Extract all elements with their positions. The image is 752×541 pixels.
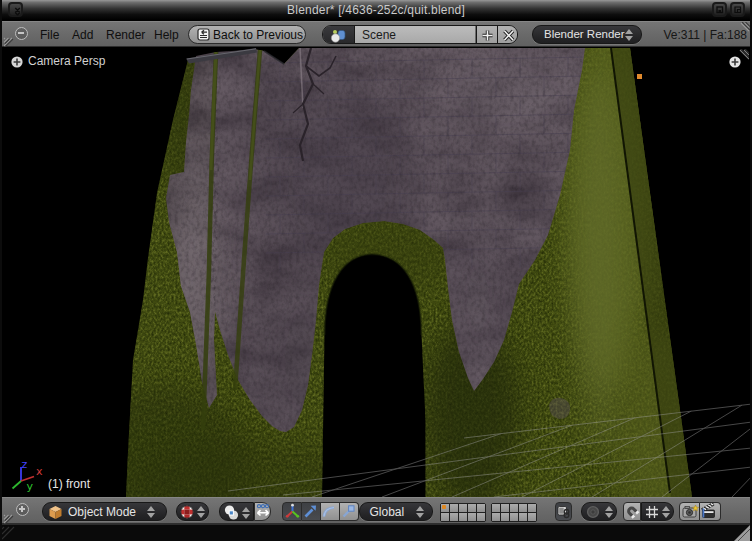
layer-cell[interactable] [459, 504, 467, 512]
pivot-arrows-icon [242, 507, 251, 519]
window-maximize-button[interactable] [712, 2, 727, 17]
view3d-corner-grip[interactable] [3, 510, 17, 524]
layer-cell[interactable] [477, 504, 485, 512]
scene-render: z x y [2, 48, 750, 497]
scene-icon [323, 26, 354, 44]
layer-cell[interactable] [501, 513, 509, 521]
viewport-shading-select[interactable] [176, 502, 209, 521]
translate-manipulator-button[interactable] [302, 502, 321, 521]
layer-cell[interactable] [510, 513, 518, 521]
window-grips [0, 525, 752, 541]
viewport-view-info: (1) front [48, 477, 90, 491]
rotate-manipulator-button[interactable] [321, 502, 340, 521]
mode-value: Object Mode [68, 505, 136, 519]
pivot-group[interactable] [219, 502, 254, 521]
clapperboard-icon [700, 503, 719, 520]
area-corner-grip-bottomleft[interactable] [3, 33, 17, 47]
proportional-arrows-icon [605, 506, 614, 518]
layer-cell[interactable] [519, 513, 527, 521]
orientation-arrows-icon [416, 506, 425, 518]
layer-cell[interactable] [450, 504, 458, 512]
lock-view-icon [556, 503, 571, 520]
rotate-icon [321, 503, 338, 520]
view3d-header: Object Mode [2, 497, 750, 524]
orientation-value: Global [370, 505, 405, 519]
layer-cell[interactable] [528, 513, 536, 521]
layer-cell[interactable] [519, 504, 527, 512]
layer-cell[interactable] [468, 513, 476, 521]
engine-select[interactable]: Blender Render [532, 25, 642, 44]
menu-help[interactable]: Help [154, 28, 179, 42]
viewport-corner-grip[interactable] [735, 49, 749, 63]
layer-cell[interactable] [501, 504, 509, 512]
layer-cell[interactable] [492, 513, 500, 521]
x-icon [498, 26, 518, 44]
object-mode-cube-icon [48, 505, 63, 520]
axis-y-label: y [27, 480, 34, 493]
layer-cell[interactable] [477, 513, 485, 521]
menu-file[interactable]: File [40, 28, 59, 42]
mode-select[interactable]: Object Mode [42, 502, 167, 521]
window-stick-button[interactable] [730, 2, 745, 17]
layer-cell[interactable] [510, 504, 518, 512]
shading-arrows-icon [197, 506, 206, 518]
manipulator-axis-icon [284, 503, 301, 520]
layer-cell[interactable] [441, 513, 449, 521]
lock-camera-layers-toggle[interactable] [555, 502, 572, 521]
engine-value: Blender Render [544, 28, 625, 40]
scene-unlink-button[interactable] [497, 26, 518, 44]
manipulate-centers-toggle[interactable] [254, 502, 271, 521]
window-resize-grip[interactable] [734, 525, 750, 541]
snap-increment-grid-icon [645, 505, 659, 519]
blender-window: Blender* [/4636-252c/quit.blend] File Ad… [0, 0, 752, 541]
layers-block-2[interactable] [491, 503, 537, 522]
orientation-select[interactable]: Global [359, 502, 433, 521]
magnet-icon [624, 503, 640, 520]
info-header: File Add Render Help Back to Previous [2, 21, 750, 47]
scene-stats: Ve:311 | Fa:188 [663, 28, 747, 42]
camera-render-icon [681, 503, 700, 520]
engine-select-arrows-icon [625, 29, 634, 41]
viewport-3d[interactable]: z x y Camera Persp (1) front [2, 48, 750, 497]
scale-manipulator-button[interactable] [340, 502, 359, 521]
menu-add[interactable]: Add [72, 28, 93, 42]
layers-block-1[interactable] [440, 503, 486, 522]
window-border-left [0, 0, 2, 541]
axis-z-label: z [22, 458, 28, 471]
object-origin-dot[interactable] [637, 74, 642, 79]
viewport-plus-icon-left[interactable] [10, 55, 24, 69]
menu-render[interactable]: Render [106, 28, 145, 42]
layer-cell-active[interactable] [441, 504, 449, 512]
window-titlebar[interactable]: Blender* [/4636-252c/quit.blend] [0, 0, 752, 20]
back-to-previous-button[interactable]: Back to Previous [188, 25, 306, 44]
window-title: Blender* [/4636-252c/quit.blend] [0, 3, 752, 17]
centers-icon [255, 503, 271, 520]
snap-toggle[interactable] [623, 502, 641, 521]
snap-element-select[interactable] [641, 502, 674, 521]
scene-add-button[interactable] [476, 26, 497, 44]
layer-cell[interactable] [459, 513, 467, 521]
window-bottom-frame [0, 524, 752, 541]
manipulator-toggle[interactable] [282, 502, 302, 521]
mode-select-arrows-icon [147, 506, 156, 518]
layer-cell[interactable] [450, 513, 458, 521]
scene-name-field[interactable]: Scene [354, 26, 475, 44]
layer-cell[interactable] [528, 504, 536, 512]
proportional-edit-select[interactable] [581, 502, 617, 521]
area-corner-grip-topright[interactable] [736, 22, 750, 36]
expand-menus-icon[interactable] [16, 503, 29, 516]
shading-textured-icon [180, 505, 194, 519]
scene-browse-button[interactable] [323, 26, 354, 44]
opengl-render-anim-button[interactable] [700, 502, 721, 521]
maximize-icon [714, 4, 729, 19]
opengl-render-button[interactable] [679, 502, 700, 521]
pivot-median-icon [223, 504, 240, 521]
snap-element-arrows-icon [662, 506, 671, 518]
scale-icon [340, 503, 357, 520]
layer-cell[interactable] [468, 504, 476, 512]
axis-x-label: x [36, 465, 43, 478]
stick-icon [732, 4, 747, 19]
viewport-view-label: Camera Persp [28, 54, 105, 68]
proportional-off-icon [586, 505, 600, 519]
layer-cell[interactable] [492, 504, 500, 512]
